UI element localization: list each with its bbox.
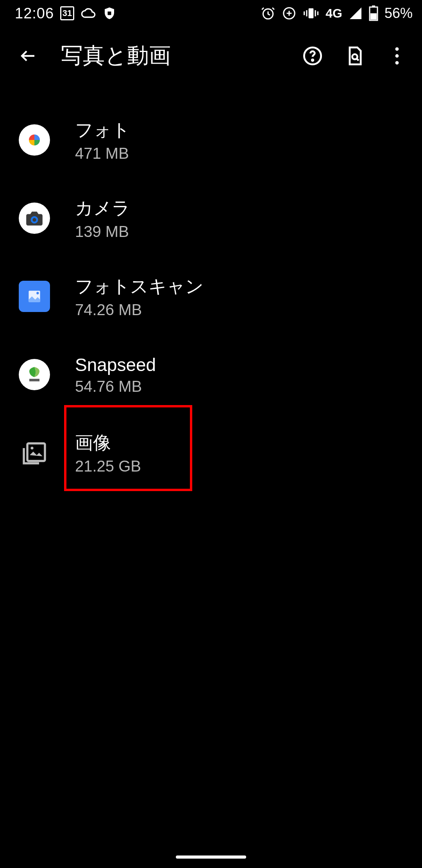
svg-rect-10 <box>370 13 377 20</box>
item-title: Snapseed <box>75 354 156 375</box>
svg-rect-4 <box>306 10 308 16</box>
help-icon <box>302 46 323 66</box>
photoscan-icon <box>19 281 50 312</box>
help-button[interactable] <box>302 45 324 67</box>
list-item-photoscan[interactable]: フォトスキャン 74.26 MB <box>0 257 422 335</box>
svg-rect-9 <box>372 5 375 7</box>
app-bar-actions <box>302 45 408 67</box>
battery-percent: 56% <box>384 5 413 22</box>
search-file-button[interactable] <box>344 45 366 67</box>
item-title: フォト <box>75 118 130 142</box>
list-item-snapseed[interactable]: Snapseed 54.76 MB <box>0 335 422 414</box>
add-alarm-icon <box>282 6 297 21</box>
status-left: 12:06 31 <box>15 5 116 22</box>
svg-point-16 <box>395 61 399 65</box>
item-size: 471 MB <box>75 145 130 162</box>
svg-rect-21 <box>29 379 39 382</box>
google-photos-icon <box>19 124 50 156</box>
alarm-icon <box>261 6 275 21</box>
status-time: 12:06 <box>15 5 54 22</box>
list-item-images[interactable]: 画像 21.25 GB <box>0 414 422 492</box>
svg-point-12 <box>312 59 313 61</box>
svg-rect-22 <box>27 443 45 461</box>
item-title: 画像 <box>75 431 141 455</box>
calendar-icon: 31 <box>60 6 74 20</box>
svg-point-14 <box>395 47 399 51</box>
storage-list: フォト 471 MB カメラ 139 MB フォトスキャン 74.2 <box>0 85 422 492</box>
images-icon <box>19 437 50 468</box>
status-bar: 12:06 31 <box>0 0 422 27</box>
battery-icon <box>369 5 378 21</box>
item-title: カメラ <box>75 196 130 221</box>
list-item-camera[interactable]: カメラ 139 MB <box>0 179 422 257</box>
shield-icon <box>102 6 116 20</box>
snapseed-icon <box>19 359 50 390</box>
more-vert-icon <box>395 47 399 65</box>
nav-home-indicator[interactable] <box>176 855 246 859</box>
item-title: フォトスキャン <box>75 274 204 299</box>
network-label: 4G <box>325 6 342 21</box>
item-size: 139 MB <box>75 223 130 240</box>
arrow-left-icon <box>19 47 38 65</box>
calendar-day: 31 <box>63 8 72 18</box>
svg-rect-3 <box>309 8 314 18</box>
camera-icon <box>19 203 50 234</box>
svg-rect-0 <box>108 12 111 15</box>
app-bar: 写真と動画 <box>0 27 422 85</box>
svg-rect-7 <box>317 11 318 15</box>
signal-icon <box>349 6 363 20</box>
svg-point-15 <box>395 54 399 58</box>
svg-point-20 <box>36 292 39 294</box>
cloud-icon <box>80 5 96 21</box>
vibrate-icon <box>303 6 319 21</box>
svg-rect-5 <box>315 10 316 16</box>
file-search-icon <box>345 46 365 66</box>
page-title: 写真と動画 <box>61 41 302 71</box>
more-button[interactable] <box>386 45 408 67</box>
item-size: 54.76 MB <box>75 378 156 395</box>
back-button[interactable] <box>17 45 39 67</box>
list-item-photos[interactable]: フォト 471 MB <box>0 101 422 179</box>
svg-rect-6 <box>304 11 305 15</box>
status-right: 4G 56% <box>261 5 413 22</box>
item-size: 74.26 MB <box>75 301 204 319</box>
item-size: 21.25 GB <box>75 457 141 475</box>
svg-point-23 <box>30 447 33 449</box>
svg-point-18 <box>32 218 36 222</box>
